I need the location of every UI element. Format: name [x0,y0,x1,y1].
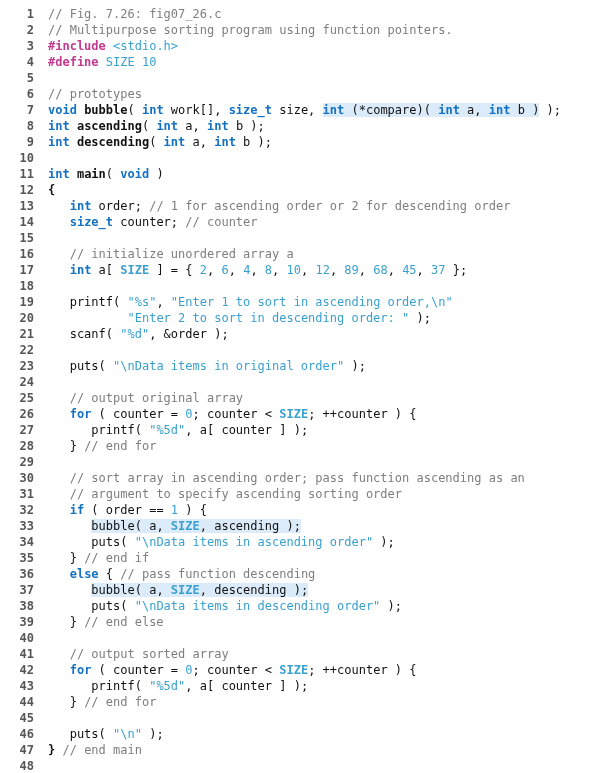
code-line: 15 [0,230,598,246]
code-content: "Enter 2 to sort in descending order: " … [48,310,431,326]
code-line: 41 // output sorted array [0,646,598,662]
token [48,391,70,405]
code-content: #include <stdio.h> [48,38,178,54]
token: } [48,551,84,565]
line-number: 30 [0,470,48,486]
code-content: else { // pass function descending [48,566,315,582]
token: int [70,263,99,277]
code-line: 20 "Enter 2 to sort in descending order:… [0,310,598,326]
token: int [214,135,243,149]
token: bubble( a, [91,519,170,533]
token: size_t [229,103,280,117]
token: int [207,119,236,133]
token: , ascending ); [200,519,301,533]
token: , [330,263,344,277]
token [48,567,70,581]
token: int [48,135,77,149]
code-line: 29 [0,454,598,470]
token: 68 [373,263,387,277]
code-line: 9int descending( int a, int b ); [0,134,598,150]
token: , &order ); [149,327,228,341]
code-line: 47} // end main [0,742,598,758]
token: b ) [518,103,540,117]
line-number: 48 [0,758,48,773]
code-line: 44 } // end for [0,694,598,710]
token: "%d" [120,327,149,341]
code-line: 7void bubble( int work[], size_t size, i… [0,102,598,118]
line-number: 17 [0,262,48,278]
token: ( [142,119,156,133]
token: ) [149,167,163,181]
token [48,647,70,661]
code-content: // initialize unordered array a [48,246,294,262]
token: // end for [84,439,156,453]
token [48,311,127,325]
code-content: int a[ SIZE ] = { 2, 6, 4, 8, 10, 12, 89… [48,262,467,278]
code-content: // sort array in ascending order; pass f… [48,470,525,486]
code-content: int descending( int a, int b ); [48,134,272,150]
code-line: 34 puts( "\nData items in ascending orde… [0,534,598,550]
token: puts( [48,535,135,549]
token: , a[ counter ] ); [185,423,308,437]
token [48,263,70,277]
code-content: void bubble( int work[], size_t size, in… [48,102,561,118]
line-number: 24 [0,374,48,390]
token: , [207,263,221,277]
code-content: int order; // 1 for ascending order or 2… [48,198,510,214]
token: , [301,263,315,277]
code-line: 12{ [0,182,598,198]
token: void [48,103,84,117]
code-content: printf( "%5d", a[ counter ] ); [48,678,308,694]
token: a, [193,135,215,149]
code-line: 1// Fig. 7.26: fig07_26.c [0,6,598,22]
token [48,487,70,501]
code-line: 43 printf( "%5d", a[ counter ] ); [0,678,598,694]
token: "\nData items in original order" [113,359,344,373]
token: for [70,407,92,421]
token: SIZE [120,263,149,277]
token: <stdio.h> [113,39,178,53]
token: int [323,103,352,117]
code-content: printf( "%s", "Enter 1 to sort in ascend… [48,294,453,310]
token: b ); [243,135,272,149]
token: ( [127,103,141,117]
line-number: 14 [0,214,48,230]
token: // end else [84,615,163,629]
code-content: } // end for [48,438,156,454]
code-line: 3#include <stdio.h> [0,38,598,54]
token: ; counter < [193,663,280,677]
token: int [438,103,467,117]
token: 10 [287,263,301,277]
token: ; ++counter ) { [308,407,416,421]
token [48,407,70,421]
token: } [48,743,62,757]
line-number: 23 [0,358,48,374]
token: // initialize unordered array a [70,247,294,261]
line-number: 47 [0,742,48,758]
token: else [70,567,99,581]
token [48,503,70,517]
code-line: 45 [0,710,598,726]
line-number: 33 [0,518,48,534]
code-line: 18 [0,278,598,294]
code-line: 23 puts( "\nData items in original order… [0,358,598,374]
token: // Fig. 7.26: fig07_26.c [48,7,221,21]
token: "\n" [113,727,142,741]
line-number: 4 [0,54,48,70]
token: // output sorted array [70,647,229,661]
token: bubble( a, [91,583,170,597]
code-line: 8int ascending( int a, int b ); [0,118,598,134]
code-line: 10 [0,150,598,166]
token: for [70,663,92,677]
token: "%s" [127,295,156,309]
line-number: 7 [0,102,48,118]
code-content: bubble( a, SIZE, ascending ); [48,518,301,534]
token: , [250,263,264,277]
line-number: 3 [0,38,48,54]
token: ) { [178,503,207,517]
line-number: 21 [0,326,48,342]
code-line: 22 [0,342,598,358]
token: "%5d" [149,423,185,437]
token: ( counter = [91,407,185,421]
token: 1 [171,503,178,517]
